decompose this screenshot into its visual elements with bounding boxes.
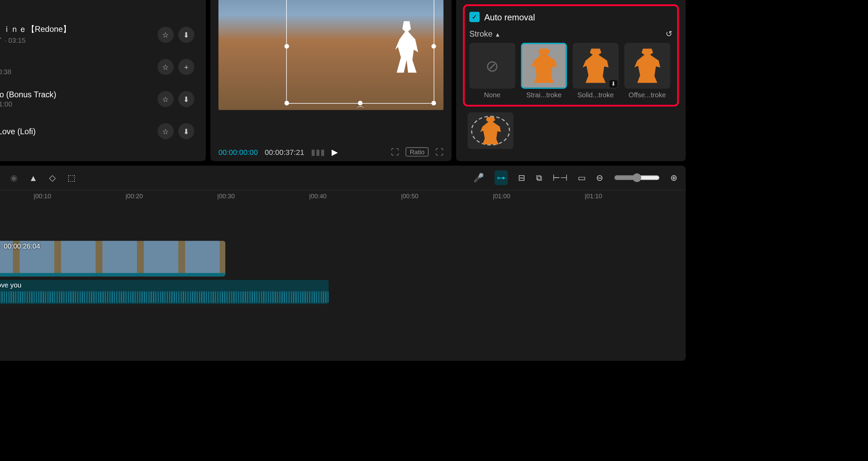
track-row[interactable]: I Love You So (Bonus Track)Maher Zain · … — [0, 83, 199, 115]
rotate-icon[interactable]: ◇ — [49, 173, 56, 183]
current-timecode: 00:00:00:00 — [218, 147, 258, 156]
grid-icon[interactable]: ▮▮▮ — [311, 147, 325, 157]
timeline-panel: ↖ ⌄ ↶ ↷ ⎮⎮ ⎡ ⎤ 🗑 ⧉ ◉ ▲ ◇ ⬚ 🎤 ⊶ ⊟ ⧉ ⊢⊣ ▭ … — [0, 166, 686, 361]
stroke-option-offset[interactable]: Offse...troke — [624, 43, 670, 99]
preview-icon[interactable]: ▭ — [578, 173, 586, 183]
zoom-out-icon[interactable]: ⊖ — [596, 173, 604, 183]
stroke-option-none[interactable]: ⊘ None — [469, 43, 515, 99]
mic-icon[interactable]: 🎤 — [473, 173, 484, 183]
timeline-track-main: ▸ 🔓 👁 🔊 ✎ Cover 1.mp4 00:00:26:04 — [0, 240, 686, 278]
stroke-option-solid[interactable]: ⬇ Solid...troke — [573, 43, 618, 99]
favorite-icon[interactable]: ☆ — [158, 91, 174, 107]
media-panel: ▣Import ◉Audio TText ☺Stickers ✦Effects … — [0, 0, 206, 161]
magnet-icon[interactable]: ⊶ — [495, 170, 508, 185]
shadow-control: Shadow 0 ⇅ — [461, 0, 681, 2]
track-row[interactable]: Nothing but Love (Lofi) ☆⬇ — [0, 115, 199, 147]
favorite-icon[interactable]: ☆ — [158, 123, 174, 139]
fullscreen-icon[interactable]: ⛶ — [435, 147, 443, 157]
clip-main-video[interactable]: 1.mp4 00:00:26:04 — [0, 241, 225, 277]
zoom-in-icon[interactable]: ⊕ — [670, 173, 678, 183]
align-icon[interactable]: ⊟ — [518, 173, 526, 183]
waveform — [0, 292, 329, 303]
auto-removal-checkbox[interactable]: ✓ — [469, 12, 479, 22]
inspector-panel: Video Animation Tracking Adjustm » Basic… — [456, 0, 686, 161]
clip-audio[interactable]: Say love you — [0, 280, 329, 304]
download-icon[interactable]: ⬇ — [178, 91, 194, 107]
record-icon[interactable]: ◉ — [10, 173, 18, 183]
scan-icon[interactable]: ⛶ — [391, 147, 399, 157]
timeline-ruler[interactable]: |00:00 |00:10 |00:20 |00:30 |00:40 |00:5… — [0, 191, 686, 202]
resize-handle[interactable] — [284, 44, 289, 49]
total-timecode: 00:00:37:21 — [265, 147, 304, 156]
resize-handle[interactable] — [432, 101, 436, 105]
selection-box[interactable]: ⌒ — [286, 0, 434, 103]
stroke-option-straight[interactable]: Strai...troke — [521, 43, 567, 99]
track-row[interactable]: Say love you罗艺欣Elsa · 00:38 ☆+ — [0, 51, 199, 83]
reset-icon[interactable]: ↺ — [666, 29, 672, 38]
rotate-handle[interactable]: ⌒ — [356, 105, 364, 115]
stroke-option-extra[interactable] — [468, 112, 513, 149]
favorite-icon[interactable]: ☆ — [158, 27, 174, 43]
chevron-up-icon: ▲ — [495, 31, 500, 38]
ratio-button[interactable]: Ratio — [406, 147, 429, 157]
player-panel: Player ≡ ⌒ 00:00:00:00 — [211, 0, 452, 161]
add-icon[interactable]: + — [178, 59, 194, 75]
preview-viewport[interactable]: ⌒ — [211, 0, 452, 143]
category-title: Love — [0, 2, 199, 12]
resize-handle[interactable] — [432, 44, 436, 49]
music-list-pane: 🔍 Search songs or artists All▼ Love Ｖａｌｅ… — [0, 0, 206, 161]
none-icon: ⊘ — [486, 56, 499, 75]
download-icon[interactable]: ⬇ — [178, 27, 194, 43]
snap-icon[interactable]: ⊢⊣ — [553, 173, 568, 183]
timeline-track-overlay: ▸ 🔓 👁 🔊 72664b42e5 — [0, 202, 686, 240]
play-icon[interactable]: ▶ — [332, 147, 338, 157]
auto-removal-section: ✓ Auto removal Stroke ▲ ↺ ⊘ None Strai..… — [463, 4, 679, 106]
resize-handle[interactable] — [358, 101, 363, 105]
link-icon[interactable]: ⧉ — [536, 173, 542, 183]
crop-icon[interactable]: ⬚ — [67, 173, 76, 183]
download-icon[interactable]: ⬇ — [178, 123, 194, 139]
track-row[interactable]: Ｖａｌｅｎｔｉｎｅ【Redone】幸子小姐拜托了 · 03:15 ☆⬇ — [0, 19, 199, 51]
favorite-icon[interactable]: ☆ — [158, 59, 174, 75]
mirror-icon[interactable]: ▲ — [29, 173, 38, 183]
timeline-track-audio: ♪ 🔓 🔊 Say love you — [0, 278, 686, 306]
resize-handle[interactable] — [284, 101, 289, 105]
stroke-label[interactable]: Stroke ▲ — [469, 29, 500, 38]
zoom-slider[interactable] — [614, 173, 660, 182]
download-badge-icon: ⬇ — [609, 80, 617, 87]
